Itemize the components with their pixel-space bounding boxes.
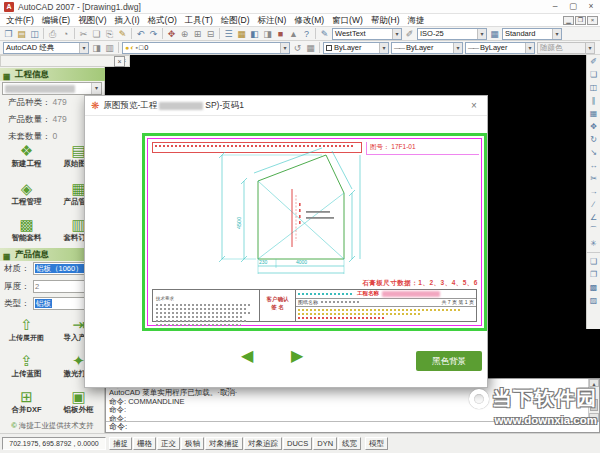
menu-draw[interactable]: 绘图(D) — [217, 14, 254, 26]
mdi-restore-icon[interactable]: ❐ — [575, 16, 586, 25]
cut-icon[interactable]: ✂ — [77, 28, 90, 40]
previous-page-button[interactable]: ◀ — [241, 347, 253, 365]
offset-icon[interactable]: ∥ — [587, 94, 600, 107]
designcenter-icon[interactable]: ▦ — [235, 28, 248, 40]
chevron-down-icon[interactable]: ▾ — [552, 29, 561, 39]
model-space-button[interactable]: 模型 — [365, 437, 388, 450]
rotate-icon[interactable]: ↻ — [587, 133, 600, 146]
chevron-down-icon[interactable]: ▾ — [79, 43, 88, 53]
merge-dxf-button[interactable]: ⊞ 合并DXF — [1, 387, 52, 421]
otrack-toggle[interactable]: 对象追踪 — [244, 437, 282, 450]
mdi-minimize-icon[interactable]: ▁ — [563, 16, 574, 25]
lineweight-combo[interactable]: —— ByLayer▾ — [465, 42, 535, 54]
project-select[interactable]: ▾ — [2, 82, 102, 95]
smart-nesting-button[interactable]: ▩ 智能套料 — [1, 215, 52, 249]
plot-preview-icon[interactable]: ◔ — [59, 28, 72, 40]
dialog-close-button[interactable]: × — [461, 96, 487, 115]
chamfer-icon[interactable]: ∠ — [587, 211, 600, 224]
snap-toggle[interactable]: 捕捉 — [109, 437, 132, 450]
ortho-toggle[interactable]: 正交 — [157, 437, 180, 450]
chevron-down-icon[interactable]: ▾ — [525, 43, 534, 53]
break-icon[interactable]: ∕ — [587, 198, 600, 211]
chevron-down-icon[interactable]: ▾ — [392, 29, 401, 39]
color-combo[interactable]: ByLayer▾ — [323, 42, 389, 54]
menu-view[interactable]: 视图(V) — [74, 14, 110, 26]
erase-icon[interactable]: ✐ — [587, 55, 600, 68]
bring-front-icon[interactable]: ❏ — [587, 255, 600, 268]
zoom-realtime-icon[interactable]: ⊕ — [178, 28, 191, 40]
chevron-down-icon[interactable]: ▾ — [477, 29, 486, 39]
workspace-settings-icon[interactable]: ◨ — [90, 42, 103, 54]
send-under-icon[interactable]: ▨ — [587, 294, 600, 307]
sheetset-icon[interactable]: ◨ — [261, 28, 274, 40]
match-properties-icon[interactable]: ✎ — [116, 28, 129, 40]
undo-icon[interactable]: ↶ — [134, 28, 147, 40]
new-file-icon[interactable]: ❐ — [2, 28, 15, 40]
calculator-icon[interactable]: ▲ — [287, 28, 300, 40]
mdi-close-icon[interactable]: × — [587, 16, 598, 25]
chevron-down-icon[interactable]: ▾ — [91, 83, 101, 94]
extend-icon[interactable]: → — [587, 185, 600, 198]
menu-insert[interactable]: 插入(I) — [111, 14, 144, 26]
ducs-toggle[interactable]: DUCS — [283, 437, 312, 450]
aluminum-frame-button[interactable]: ▣ 铝板外框 — [53, 387, 104, 421]
redo-icon[interactable]: ↷ — [147, 28, 160, 40]
explode-icon[interactable]: ✳ — [587, 237, 600, 250]
help-icon[interactable]: ? — [300, 28, 313, 40]
copy-icon[interactable]: ❏ — [90, 28, 103, 40]
layer-previous-icon[interactable]: ↺ — [291, 42, 304, 54]
move-icon[interactable]: ✥ — [587, 120, 600, 133]
zoom-window-icon[interactable]: ⊞ — [191, 28, 204, 40]
scale-icon[interactable]: ↘ — [587, 146, 600, 159]
menu-modify[interactable]: 修改(M) — [290, 14, 328, 26]
table-style-combo[interactable]: Standard▾ — [502, 28, 562, 40]
linetype-combo[interactable]: —— ByLayer▾ — [391, 42, 463, 54]
chevron-down-icon[interactable]: ▾ — [280, 43, 289, 53]
save-icon[interactable]: ◫ — [28, 28, 41, 40]
project-manage-button[interactable]: ◈ 工程管理 — [1, 179, 52, 213]
minimize-button[interactable]: – — [546, 0, 564, 13]
black-background-button[interactable]: 黑色背景 — [416, 351, 482, 371]
zoom-previous-icon[interactable]: ⊟ — [204, 28, 217, 40]
maximize-button[interactable]: ▢ — [564, 0, 582, 13]
menu-window[interactable]: 窗口(W) — [328, 14, 367, 26]
dim-style-combo[interactable]: ISO-25▾ — [417, 28, 487, 40]
next-page-button[interactable]: ▶ — [291, 347, 303, 365]
chevron-down-icon[interactable]: ▾ — [453, 43, 462, 53]
array-icon[interactable]: ▦ — [587, 107, 600, 120]
palette-close-button[interactable]: × — [114, 56, 125, 67]
lineweight-toggle[interactable]: 线宽 — [338, 437, 361, 450]
tool-palettes-icon[interactable]: ◧ — [248, 28, 261, 40]
copy-object-icon[interactable]: ❏ — [587, 68, 600, 81]
menu-help[interactable]: 帮助(H) — [367, 14, 404, 26]
layer-states-icon[interactable]: ▦ — [304, 42, 317, 54]
pan-icon[interactable]: ✥ — [165, 28, 178, 40]
upload-unfold-button[interactable]: ⇧ 上传展开图 — [1, 315, 52, 349]
properties-icon[interactable]: ☰ — [222, 28, 235, 40]
plot-icon[interactable]: ⎙ — [46, 28, 59, 40]
open-icon[interactable]: ▤ — [15, 28, 28, 40]
markup-icon[interactable]: ■ — [274, 28, 287, 40]
trim-icon[interactable]: ✂ — [587, 172, 600, 185]
menu-file[interactable]: 文件(F) — [2, 14, 38, 26]
fillet-icon[interactable]: ⌒ — [587, 224, 600, 237]
layer-properties-icon[interactable]: ▥ — [103, 42, 116, 54]
osnap-toggle[interactable]: 对象捕捉 — [205, 437, 243, 450]
dyn-toggle[interactable]: DYN — [313, 437, 337, 450]
menu-dimension[interactable]: 标注(N) — [254, 14, 291, 26]
stretch-icon[interactable]: ↔ — [587, 159, 600, 172]
send-back-icon[interactable]: ❐ — [587, 268, 600, 281]
menu-haijie[interactable]: 海捷 — [404, 14, 429, 26]
paste-icon[interactable]: ⎘ — [103, 28, 116, 40]
upload-blueprint-button[interactable]: ⇪ 上传蓝图 — [1, 351, 52, 385]
workspace-combo[interactable]: AutoCAD 经典▾ — [3, 42, 89, 54]
bring-above-icon[interactable]: ▩ — [587, 281, 600, 294]
grid-toggle[interactable]: 栅格 — [133, 437, 156, 450]
layer-combo[interactable]: ● ◐ ▪ □ 0 ▾ — [122, 42, 290, 54]
menu-tools[interactable]: 工具(T) — [181, 14, 217, 26]
menu-format[interactable]: 格式(O) — [144, 14, 181, 26]
polar-toggle[interactable]: 极轴 — [181, 437, 204, 450]
new-project-button[interactable]: ❖ 新建工程 — [1, 141, 52, 175]
close-button[interactable]: × — [582, 0, 600, 13]
mirror-icon[interactable]: ◫ — [587, 81, 600, 94]
